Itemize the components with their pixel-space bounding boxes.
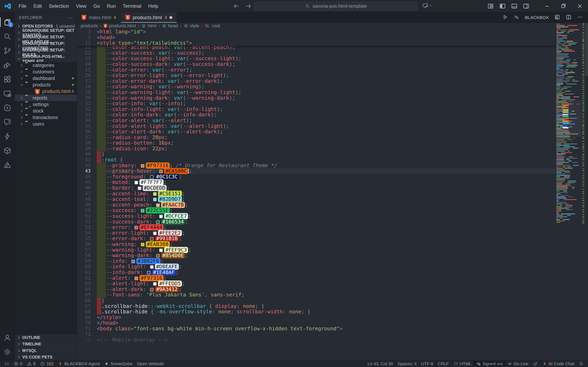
run-file-icon[interactable] [502, 14, 508, 21]
toggle-secondary-sidebar-icon[interactable] [523, 3, 529, 9]
code-line-45[interactable]: 45--muted: #F7F7F7; [77, 179, 555, 185]
code-line-72[interactable]: 72 [77, 331, 555, 337]
search-icon[interactable] [0, 29, 15, 44]
menu-go[interactable]: Go [90, 2, 103, 11]
code-line-25[interactable]: 25--color-error: var(--error); [77, 67, 555, 73]
split-editor-icon[interactable] [566, 14, 572, 21]
code-line-41[interactable]: 41:root { [77, 157, 555, 163]
code-line-46[interactable]: 46--border: #DCDEDD; [77, 185, 555, 191]
format-code-icon[interactable] [513, 14, 520, 21]
status-eol[interactable]: CRLF [435, 361, 451, 366]
code-line-35[interactable]: 35--color-alert-light: var(--alert-light… [77, 123, 555, 129]
code-line-42[interactable]: 42--primary: #F97316; /* Orange for Rest… [77, 163, 555, 168]
code-line-38[interactable]: 38--radius-button: 16px; [77, 140, 555, 146]
status-notifications[interactable] [577, 361, 586, 366]
code-line-54[interactable]: 54--error-light: #FEE2E2; [77, 230, 555, 236]
code-line-47[interactable]: 47--accent-lime: #C5E151; [77, 191, 555, 197]
status-sonarqube[interactable]: SonarQube [102, 360, 135, 367]
code-line-37[interactable]: 37--radius-card: 20px; [77, 134, 555, 140]
code-line-66[interactable]: 66} [77, 298, 555, 303]
sidebar-item-reports[interactable]: reports [15, 95, 77, 101]
sidebar-section-mysql[interactable]: MYSQL [15, 347, 77, 354]
code-line-33[interactable]: 33--color-info-dark: var(--info-dark); [77, 112, 555, 118]
editor-scrollbar[interactable] [585, 23, 588, 76]
menu-edit[interactable]: Edit [30, 2, 45, 11]
code-line-60[interactable]: 60--info-light: #DBEAFE; [77, 264, 555, 269]
status-open-website[interactable]: Open Website [135, 360, 166, 367]
close-button[interactable] [577, 3, 583, 9]
command-center-search[interactable]: savoria-pos-html-template [254, 2, 417, 11]
status-language-mode[interactable]: HTML [451, 361, 474, 366]
status-indentation[interactable]: Spaces: 4 [395, 361, 419, 366]
sidebar-item-transactions[interactable]: transactions [15, 114, 77, 121]
code-line-52[interactable]: 52--success-dark: #166534; [77, 219, 555, 225]
breadcrumb-item[interactable]: products.html [109, 23, 136, 29]
blackbox-circle-icon[interactable] [0, 101, 15, 115]
sidebar-item-products[interactable]: products [15, 82, 77, 88]
code-line-23[interactable]: 23--color-success-light: var(--success-l… [77, 56, 555, 61]
explorer-more-actions-icon[interactable]: ··· [67, 15, 73, 20]
sidebar-section-vs-code-pets[interactable]: VS CODE PETS [15, 354, 77, 360]
code-line-44[interactable]: 44--foreground: #0C1C3C; [77, 174, 555, 180]
breadcrumb[interactable]: products›5products.html›html›head›style›… [77, 23, 588, 29]
menu-help[interactable]: Help [145, 2, 162, 11]
breadcrumb-item[interactable]: html [148, 23, 156, 29]
code-line-30[interactable]: 30--color-warning-dark: var(--warning-da… [77, 95, 555, 101]
container-icon[interactable] [0, 143, 15, 158]
run-debug-icon[interactable] [0, 58, 15, 72]
menu-file[interactable]: File [15, 2, 30, 11]
pyramid-icon[interactable] [0, 158, 15, 172]
breadcrumb-item[interactable]: head [168, 23, 178, 29]
code-line-12[interactable]: 12<style type="text/tailwindcss"> [77, 40, 555, 46]
code-line-71[interactable]: 71<body class="font-sans bg-white min-h-… [77, 326, 555, 332]
sidebar-item-products-html[interactable]: 5products.html4 [15, 88, 77, 95]
code-line-70[interactable]: 70</head> [77, 320, 555, 326]
code-line-68[interactable]: 68.scrollbar-hide { -ms-overflow-style: … [77, 309, 555, 315]
remote-window-button[interactable] [422, 2, 433, 8]
code-line-29[interactable]: 29--color-warning-light: var(--warning-l… [77, 90, 555, 95]
code-line-53[interactable]: 53--error: #EF4444; [77, 225, 555, 230]
forward-icon[interactable] [245, 3, 252, 9]
code-line-3[interactable]: 3<head> [77, 35, 555, 40]
status-go-live[interactable]: Go Live [505, 361, 531, 366]
account-icon[interactable] [0, 331, 15, 345]
code-line-2[interactable]: 2<html lang="id"> [77, 29, 555, 35]
code-line-61[interactable]: 61--info-dark: #1E40AF; [77, 269, 555, 275]
code-line-65[interactable]: 65--font-sans: 'Plus Jakarta Sans', sans… [77, 292, 555, 298]
menu-run[interactable]: Run [103, 2, 119, 11]
extensions-icon[interactable] [0, 72, 15, 86]
code-line-58[interactable]: 58--warning-dark: #854D0E; [77, 253, 555, 258]
sidebar-item-users[interactable]: users [15, 121, 77, 127]
ai-chat-icon[interactable] [0, 115, 15, 129]
code-line-55[interactable]: 55--error-dark: #991B1B; [77, 236, 555, 242]
split-editor-search-icon[interactable] [554, 14, 560, 21]
more-actions-icon[interactable] [577, 14, 583, 21]
code-line-28[interactable]: 28--color-warning: var(--warning); [77, 84, 555, 90]
breadcrumb-item[interactable]: style [190, 23, 199, 29]
status-vscode-pets[interactable] [531, 361, 540, 366]
sidebar-item-dashboard[interactable]: dashboard [15, 75, 77, 82]
status-182[interactable]: 182 [38, 360, 56, 367]
tab-index-html[interactable]: 5index.html4 [77, 12, 121, 23]
status-8[interactable]: 8 [25, 360, 38, 367]
code-line-51[interactable]: 51--success-light: #DCFCE7; [77, 213, 555, 219]
sidebar-section-timeline[interactable]: TIMELINE [15, 341, 77, 347]
status-copilot-status[interactable]: Signed out [474, 361, 505, 366]
back-icon[interactable] [233, 3, 240, 9]
code-line-59[interactable]: 59--info: #3B82F6; [77, 258, 555, 264]
code-line-40[interactable]: 40} [77, 151, 555, 157]
code-editor[interactable]: 18--color-border: var(--border);19--colo… [77, 29, 555, 360]
menu-selection[interactable]: Selection [45, 2, 72, 11]
remote-monitor-icon[interactable] [0, 86, 15, 101]
sidebar-item-categories[interactable]: categories [15, 62, 77, 68]
customize-layout-icon[interactable] [487, 3, 494, 9]
thunder-client-icon[interactable] [0, 129, 15, 143]
code-line-62[interactable]: 62--alert: #F97316; [77, 275, 555, 281]
code-line-32[interactable]: 32--color-info-light: var(--info-light); [77, 106, 555, 112]
status-cursor-position[interactable]: Ln 43, Col 30 [365, 361, 395, 366]
maximize-button[interactable] [560, 3, 567, 9]
code-line-43[interactable]: 43--primary-hover: #EA580C; [77, 168, 555, 174]
code-line-49[interactable]: 49--accent-peach: #FAAC7B; [77, 202, 555, 208]
minimap-slider[interactable] [555, 100, 581, 137]
breadcrumb-item[interactable]: products [81, 23, 98, 29]
